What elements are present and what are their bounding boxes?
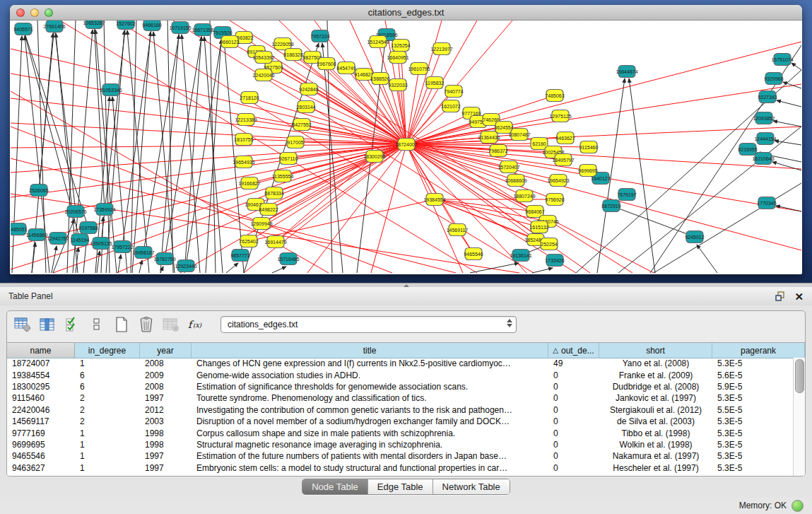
graph-node[interactable]: 1770345 <box>757 197 776 209</box>
close-panel-button[interactable]: ✕ <box>794 291 804 302</box>
table-cell[interactable]: Tibbo et al. (1998) <box>599 428 712 438</box>
table-cell[interactable]: 0 <box>548 382 599 392</box>
graph-node[interactable]: 12213389 <box>235 114 257 126</box>
table-cell[interactable]: 2009 <box>140 370 192 380</box>
table-settings-button[interactable] <box>14 315 31 334</box>
graph-node[interactable]: 18807249 <box>513 190 535 202</box>
graph-node[interactable]: 1733426 <box>545 255 564 267</box>
graph-node[interactable]: 10807487 <box>508 129 530 141</box>
graph-node[interactable]: 9329966 <box>764 73 783 85</box>
graph-node[interactable]: 18495797 <box>552 154 574 166</box>
graph-node[interactable]: 2526065 <box>29 185 48 197</box>
graph-node[interactable]: 10653267 <box>83 21 105 29</box>
table-cell[interactable]: 1 <box>75 428 140 438</box>
table-cell[interactable]: 5.3E-5 <box>712 428 794 438</box>
graph-node[interactable]: 22420046 <box>252 69 274 81</box>
graph-node[interactable]: 8498222 <box>259 204 278 216</box>
table-cell[interactable]: Stergiakouli et al. (2012) <box>599 405 712 415</box>
graph-node[interactable]: 1325254 <box>391 40 410 52</box>
graph-node[interactable]: 12093852 <box>753 112 775 124</box>
table-cell[interactable]: 1998 <box>140 440 192 450</box>
table-cell[interactable]: 0 <box>548 416 599 426</box>
graph-node[interactable]: 7625402 <box>239 235 258 247</box>
tab-network-table[interactable]: Network Table <box>433 479 510 494</box>
select-columns-button[interactable] <box>39 315 56 334</box>
graph-node[interactable]: 9660123 <box>220 36 239 48</box>
graph-node[interactable]: 16644874 <box>616 66 637 78</box>
table-cell[interactable]: 9115460 <box>7 393 75 403</box>
graph-node[interactable]: 917005 <box>287 136 304 148</box>
column-header-out_de[interactable]: △out_de... <box>548 343 599 358</box>
table-cell[interactable]: 49 <box>548 358 599 368</box>
network-canvas[interactable]: 9405571276914061065326715276029466160107… <box>11 21 801 274</box>
graph-node[interactable]: 8215955 <box>738 144 757 156</box>
graph-node[interactable]: 1145194 <box>71 234 90 246</box>
graph-node[interactable]: 1615132 <box>529 221 548 233</box>
table-cell[interactable]: 0 <box>548 428 599 438</box>
column-header-name[interactable]: name <box>7 343 75 358</box>
table-cell[interactable]: 9699695 <box>7 440 75 450</box>
graph-node[interactable]: 9405571 <box>13 23 33 35</box>
table-cell[interactable]: de Silva et al. (2003) <box>599 416 712 426</box>
row-height-button[interactable] <box>88 315 105 334</box>
table-cell[interactable]: Yano et al. (2008) <box>599 358 712 368</box>
table-cell[interactable]: 5.9E-5 <box>712 382 794 392</box>
graph-node[interactable]: 7679197 <box>617 189 636 201</box>
table-cell[interactable]: 2 <box>75 416 140 426</box>
table-cell[interactable]: Hescheler et al. (1997) <box>599 463 712 473</box>
graph-node[interactable]: 9699695 <box>578 165 597 177</box>
table-cell[interactable]: 0 <box>548 370 599 380</box>
minimize-window-button[interactable] <box>30 8 39 17</box>
graph-node[interactable]: 2967608 <box>317 58 336 70</box>
graph-node[interactable]: 9227343 <box>758 91 777 103</box>
graph-node[interactable]: 9245012 <box>685 231 704 243</box>
graph-node[interactable]: 16210643 <box>752 153 774 165</box>
graph-node[interactable]: 1810755 <box>234 134 253 146</box>
float-panel-button[interactable] <box>775 291 786 302</box>
graph-node[interactable]: 10543392 <box>252 52 274 64</box>
graph-node[interactable]: 17359924 <box>93 204 115 216</box>
graph-node[interactable]: 14569117 <box>447 224 469 236</box>
graph-node[interactable]: 7957224 <box>310 30 329 42</box>
graph-node[interactable]: 9322033 <box>388 79 407 91</box>
table-cell[interactable]: 1 <box>75 440 140 450</box>
table-cell[interactable]: 2012 <box>140 405 192 415</box>
graph-node[interactable]: 19654923 <box>547 175 569 187</box>
table-cell[interactable]: Franke et al. (2009) <box>599 370 712 380</box>
table-cell[interactable]: 1998 <box>140 428 192 438</box>
table-row[interactable]: 946362711997Embryonic stem cells: a mode… <box>7 462 794 474</box>
graph-node[interactable]: 16671358 <box>192 24 213 36</box>
black-edge[interactable] <box>39 26 54 190</box>
table-row[interactable]: 969969511998Structural magnetic resonanc… <box>7 439 794 450</box>
graph-node[interactable]: 7940774 <box>444 86 463 98</box>
table-cell[interactable]: 2 <box>75 393 140 403</box>
graph-node[interactable]: 17957222 <box>111 241 133 253</box>
graph-node[interactable]: 9267110 <box>279 153 298 165</box>
table-row[interactable]: 1938455462009Genome-wide association stu… <box>7 369 794 380</box>
graph-node[interactable]: 9756928 <box>545 194 564 206</box>
column-header-short[interactable]: short <box>599 343 712 358</box>
table-cell[interactable]: 18300295 <box>7 382 75 392</box>
table-cell[interactable]: 9777169 <box>7 428 75 438</box>
table-row[interactable]: 911546021997Tourette syndrome. Phenomeno… <box>7 392 794 404</box>
graph-node[interactable]: 11456869 <box>26 229 48 241</box>
graph-node[interactable]: 9466160 <box>142 21 161 31</box>
graph-node[interactable]: 8872919 <box>601 200 620 212</box>
graph-node[interactable]: 19610795 <box>408 63 430 75</box>
table-cell[interactable]: 0 <box>548 463 599 473</box>
graph-node[interactable]: 9197588 <box>78 222 98 234</box>
graph-node[interactable]: 12213977 <box>430 43 452 55</box>
table-cell[interactable]: 0 <box>548 451 599 461</box>
graph-node[interactable]: 12923446 <box>175 260 196 272</box>
column-header-title[interactable]: title <box>192 343 548 358</box>
table-cell[interactable]: 1 <box>75 451 140 461</box>
table-cell[interactable]: 9465546 <box>7 451 75 461</box>
table-cell[interactable]: Dudbridge et al. (2008) <box>599 382 712 392</box>
graph-node[interactable]: 15124549 <box>367 36 389 48</box>
black-edge[interactable] <box>23 29 88 228</box>
table-cell[interactable]: 22420046 <box>7 405 75 415</box>
graph-node[interactable]: 1621072 <box>441 100 460 112</box>
graph-node[interactable]: 1527602 <box>116 21 135 30</box>
table-cell[interactable]: 0 <box>548 393 599 403</box>
red-edge[interactable] <box>264 75 406 144</box>
